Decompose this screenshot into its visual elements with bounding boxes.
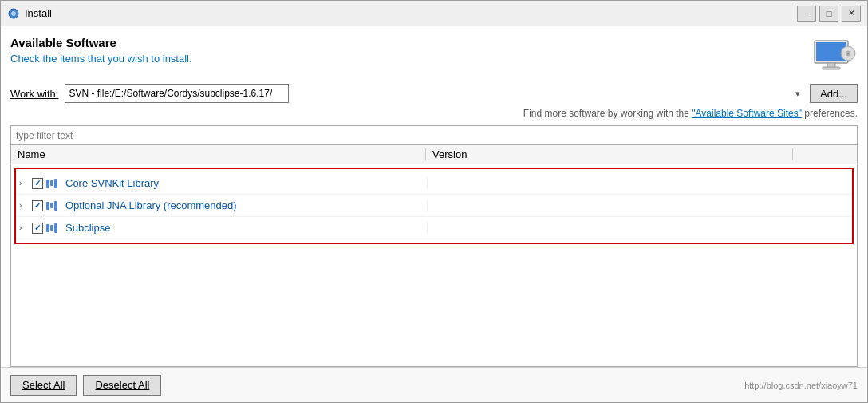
page-title: Available Software — [10, 36, 810, 49]
highlighted-section: › Core SVNKit Library — [14, 168, 854, 244]
work-with-select-wrapper: SVN - file:/E:/Software/Cordys/subclipse… — [65, 84, 803, 103]
work-with-row: Work with: SVN - file:/E:/Software/Cordy… — [10, 84, 858, 103]
select-all-label: Select All — [22, 379, 65, 391]
work-with-select[interactable]: SVN - file:/E:/Software/Cordys/subclipse… — [65, 84, 289, 103]
window-title: Install — [25, 7, 797, 19]
header-icon — [810, 36, 858, 76]
row-checkbox-2[interactable] — [32, 223, 43, 234]
table-body: › Core SVNKit Library — [11, 164, 857, 366]
row-checkbox-0[interactable] — [32, 178, 43, 189]
title-bar: Install − □ ✕ — [1, 1, 867, 26]
package-icon-2 — [46, 223, 62, 234]
row-label-0[interactable]: Core SVNKit Library — [65, 177, 159, 189]
work-with-label: Work with: — [10, 88, 58, 100]
expand-arrow[interactable]: › — [19, 179, 29, 188]
row-name-cell: › Core SVNKit Library — [16, 177, 428, 189]
add-button[interactable]: Add... — [810, 84, 858, 103]
deselect-all-label: Deselect All — [95, 379, 149, 391]
page-subtitle: Check the items that you wish to install… — [10, 53, 810, 65]
table-row: › Subclipse — [16, 217, 852, 239]
row-name-cell: › Optional JNA Library (recommended) — [16, 200, 428, 211]
col-name-header: Name — [11, 148, 426, 160]
expand-arrow[interactable]: › — [19, 223, 29, 232]
maximize-button[interactable]: □ — [819, 6, 838, 22]
table-row: › Optional JNA Library (recommended) — [16, 195, 852, 217]
footer-left: Select All Deselect All — [10, 375, 161, 396]
table-header: Name Version — [11, 145, 857, 164]
table-area: Name Version › — [10, 144, 858, 367]
expand-arrow[interactable]: › — [19, 201, 29, 210]
row-label-1[interactable]: Optional JNA Library (recommended) — [65, 200, 237, 211]
table-row: › Core SVNKit Library — [16, 172, 852, 195]
select-all-button[interactable]: Select All — [10, 375, 77, 396]
package-icon-1 — [46, 200, 62, 211]
footer: Select All Deselect All http://blog.csdn… — [1, 367, 867, 402]
header-area: Available Software Check the items that … — [10, 36, 858, 76]
deselect-all-button[interactable]: Deselect All — [83, 375, 161, 396]
find-more-text-before: Find more software by working with the — [523, 108, 692, 119]
row-checkbox-1[interactable] — [32, 200, 43, 211]
col-version-header: Version — [426, 148, 793, 160]
footer-url: http://blog.csdn.net/xiaoyw71 — [744, 381, 858, 390]
install-window: Install − □ ✕ Available Software Check t… — [0, 0, 868, 403]
row-label-2[interactable]: Subclipse — [65, 222, 110, 234]
find-more-text-after: preferences. — [802, 108, 858, 119]
main-content: Available Software Check the items that … — [1, 26, 867, 367]
svg-point-1 — [11, 11, 16, 16]
header-left: Available Software Check the items that … — [10, 36, 810, 65]
filter-input[interactable] — [10, 125, 858, 144]
svg-point-8 — [847, 53, 850, 55]
close-button[interactable]: ✕ — [842, 6, 861, 22]
row-name-cell: › Subclipse — [16, 222, 428, 234]
svg-rect-5 — [823, 67, 840, 69]
window-icon — [7, 7, 20, 20]
minimize-button[interactable]: − — [797, 6, 816, 22]
package-icon-0 — [46, 178, 62, 189]
window-controls: − □ ✕ — [797, 6, 861, 22]
available-software-sites-link[interactable]: "Available Software Sites" — [692, 108, 802, 119]
find-more-row: Find more software by working with the "… — [10, 108, 858, 119]
